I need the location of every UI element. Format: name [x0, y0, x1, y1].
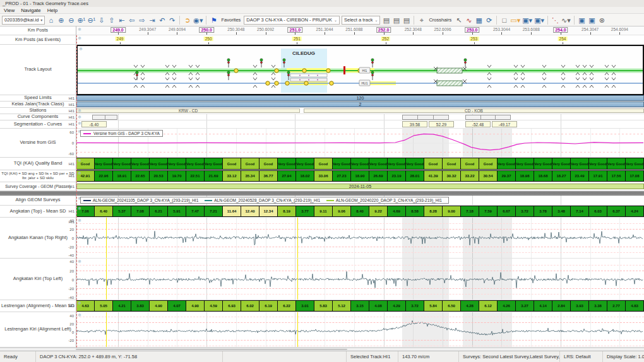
tqi-quality-cell[interactable]: Very Good: [369, 158, 388, 169]
stations-track[interactable]: KRW - CDCD - KOB❄: [76, 108, 644, 114]
angkatan-sd-cell[interactable]: 7.14: [571, 206, 589, 216]
tqi-value-cell[interactable]: 18.27: [552, 171, 571, 181]
lestrengan-sd-cell[interactable]: 5.12: [333, 301, 351, 311]
track-layout-canvas[interactable]: .ch{fill:none;stroke:#444;stroke-width:0…: [76, 45, 644, 95]
lestrengan-sd-cell[interactable]: 6.50: [443, 301, 461, 311]
tqi-value-cell[interactable]: 17.08: [626, 171, 644, 181]
freeze-icon[interactable]: ❄: [78, 206, 81, 211]
lestrengan-sd-cell[interactable]: 5.83: [314, 301, 333, 311]
tqi-quality-cell[interactable]: Good: [314, 158, 333, 169]
tqi-quality-cell[interactable]: Very Good: [205, 158, 223, 169]
lestrengan-sd-cell[interactable]: 3.01: [296, 301, 314, 311]
lestrengan-sd-cell[interactable]: 4.08: [369, 301, 388, 311]
lestrengan-sd-cell[interactable]: 4.07: [168, 301, 186, 311]
table-icon[interactable]: ▦: [475, 15, 483, 25]
tqi-quality-cell[interactable]: Very Good: [113, 158, 131, 169]
angkatan-sd-cell[interactable]: 6.03: [589, 206, 607, 216]
tqi-quality-band-track[interactable]: GoodVery GoodVery GoodVery GoodVery Good…: [76, 158, 644, 170]
angkatan-sd-cell[interactable]: 7.47: [186, 206, 205, 216]
lestrengan-sd-cell[interactable]: 4.29: [388, 301, 406, 311]
angkatan-sd-cell[interactable]: 8.28: [424, 206, 443, 216]
align-geom-legend-track[interactable]: ALN-GEOM_20241105_DAOP 3_CN-KYA_(293-219…: [76, 196, 644, 206]
tqi-value-cell[interactable]: 18.02: [296, 171, 314, 181]
lestrengan-sd-cell[interactable]: 3.15: [351, 301, 369, 311]
angkatan-sd-cell[interactable]: 3.77: [296, 206, 314, 216]
lestrengan-sd-cell[interactable]: 4.90: [150, 301, 168, 311]
freeze-icon[interactable]: ❄: [79, 47, 83, 52]
tqi-quality-cell[interactable]: Very Good: [131, 158, 150, 169]
tqi-value-cell[interactable]: 33.12: [223, 171, 241, 181]
undo-icon[interactable]: ↶: [158, 15, 166, 25]
target-icon[interactable]: ◉▾: [193, 15, 203, 25]
lestrengan-sd-cell[interactable]: 6.12: [479, 301, 498, 311]
angkatan-sd-cell[interactable]: 7.59: [479, 206, 498, 216]
zoom-in-step-icon[interactable]: ⊕¹: [77, 15, 85, 25]
tqi-value-cell[interactable]: 20.53: [150, 171, 168, 181]
tqi-quality-cell[interactable]: Very Good: [626, 158, 644, 169]
tqi-value-cell[interactable]: 22.65: [131, 171, 150, 181]
tqi-quality-cell[interactable]: Very Good: [150, 158, 168, 169]
angkatan-sd-cell[interactable]: 3.48: [552, 206, 571, 216]
lestrengan-sd-cell[interactable]: 6.19: [259, 301, 278, 311]
zoom-out-step-icon[interactable]: ⊖¹: [87, 15, 95, 25]
tqi-value-cell[interactable]: 18.91: [113, 171, 131, 181]
zoom-in-icon[interactable]: ⊕: [57, 15, 65, 25]
tqi-quality-cell[interactable]: Very Good: [498, 158, 516, 169]
freeze-icon[interactable]: ❄: [78, 108, 81, 114]
tqi-value-cell[interactable]: 21.69: [205, 171, 223, 181]
save-as-icon[interactable]: ▣▾: [534, 15, 544, 25]
annotate-icon[interactable]: ↖: [455, 15, 463, 25]
horizontal-scrollbar[interactable]: [0, 347, 644, 351]
print-setup-icon[interactable]: ▤: [392, 15, 400, 25]
tqi-quality-cell[interactable]: Good: [223, 158, 241, 169]
tqi-values-track[interactable]: 42.9122.9618.9122.6520.5319.7022.5121.69…: [76, 170, 644, 182]
angkatan-sd-cell[interactable]: 5.91: [168, 206, 186, 216]
go-left-icon[interactable]: ⇦: [128, 15, 136, 25]
angkatan-sd-cell[interactable]: 7.18: [461, 206, 479, 216]
tqi-value-cell[interactable]: 17.91: [589, 171, 607, 181]
angkatan-sd-cell[interactable]: 6.40: [95, 206, 113, 216]
tqi-value-cell[interactable]: 27.23: [333, 171, 351, 181]
curve-component-box[interactable]: [402, 115, 449, 120]
pan-up-icon[interactable]: ⇧: [107, 15, 116, 25]
angkatan-sd-cell[interactable]: 9.22: [369, 206, 388, 216]
tqi-quality-cell[interactable]: Very Good: [406, 158, 424, 169]
tqi-value-cell[interactable]: 23.19: [388, 171, 406, 181]
angkatan-sd-cell[interactable]: 7.21: [205, 206, 223, 216]
angkatan-sd-cell[interactable]: 3.72: [516, 206, 534, 216]
tqi-value-cell[interactable]: 33.06: [314, 171, 333, 181]
lestrengan-kiri-svg[interactable]: [76, 312, 643, 347]
tqi-value-cell[interactable]: 41.39: [424, 171, 443, 181]
window-2-icon[interactable]: ▣: [588, 15, 596, 25]
tqi-quality-cell[interactable]: Very Good: [278, 158, 296, 169]
angkatan-sd-cell[interactable]: 8.40: [351, 206, 369, 216]
angkatan-sd-cell[interactable]: 11.64: [223, 206, 241, 216]
lestrengan-sd-track[interactable]: 4.635.054.213.834.904.074.904.596.936.02…: [76, 300, 644, 312]
freeze-icon[interactable]: ❄: [78, 218, 81, 223]
lestrengan-sd-cell[interactable]: 5.84: [424, 301, 443, 311]
angkatan-sd-cell[interactable]: 4.24: [626, 206, 644, 216]
kelas-jalan-track[interactable]: 2: [76, 102, 644, 108]
lestrengan-sd-cell[interactable]: 4.90: [186, 301, 205, 311]
tqi-quality-cell[interactable]: Good: [479, 158, 498, 169]
angkatan-sd-cell[interactable]: 8.19: [278, 206, 296, 216]
tqi-quality-cell[interactable]: Very Good: [607, 158, 626, 169]
go-end-icon[interactable]: ⇥: [148, 15, 156, 25]
go-right-icon[interactable]: ⇨: [138, 15, 146, 25]
angkatan-kanan-chart[interactable]: ❄: [76, 218, 644, 259]
waveform-icon[interactable]: ∿▾: [561, 15, 571, 25]
track-select-dropdown[interactable]: Select a track⌄: [342, 16, 380, 25]
close-icon[interactable]: ⊗: [598, 15, 606, 25]
lestrengan-sd-cell[interactable]: 3.38: [589, 301, 607, 311]
tqi-value-cell[interactable]: 18.68: [534, 171, 552, 181]
versine-chart[interactable]: Versine from GIS - DAOP 3 CN-KYA❄: [76, 129, 644, 158]
tqi-quality-cell[interactable]: Good: [259, 158, 278, 169]
scrollbar-thumb[interactable]: [76, 349, 347, 350]
angkatan-sd-cell[interactable]: 6.21: [150, 206, 168, 216]
lestrengan-sd-cell[interactable]: 6.93: [223, 301, 241, 311]
angkatan-sd-cell[interactable]: 5.37: [113, 206, 131, 216]
tqi-value-cell[interactable]: 17.56: [607, 171, 626, 181]
freeze-icon[interactable]: ❄: [78, 121, 81, 126]
tqi-quality-cell[interactable]: Very Good: [388, 158, 406, 169]
tqi-quality-cell[interactable]: Very Good: [534, 158, 552, 169]
